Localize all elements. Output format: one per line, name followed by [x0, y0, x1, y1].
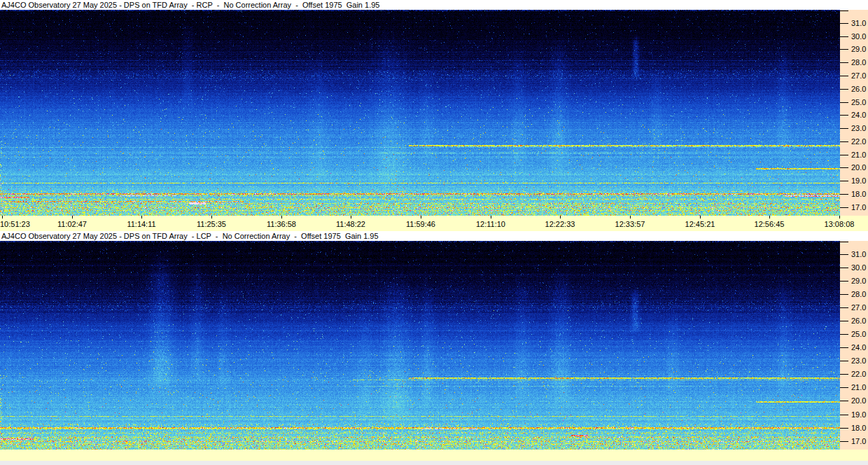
spectrograph-window: AJ4CO Observatory 27 May 2025 - DPS on T… [0, 0, 868, 465]
time-tick [769, 216, 770, 218]
freq-tick-label: 20.0 [851, 163, 866, 172]
rcp-spectrogram[interactable] [0, 10, 840, 216]
time-tick-label: 11:02:47 [48, 220, 97, 229]
freq-top-tick [840, 242, 848, 242]
freq-tick-dash [840, 89, 848, 90]
freq-tick-label: 18.0 [851, 424, 866, 433]
freq-tick-dash [840, 307, 848, 308]
freq-tick-label: 21.0 [851, 383, 866, 392]
freq-tick-label: 30.0 [851, 263, 866, 272]
time-tick-label: 11:48:22 [326, 220, 375, 229]
freq-tick-label: 31.0 [851, 19, 866, 28]
time-tick-label: 12:45:21 [676, 220, 724, 229]
freq-tick-label: 24.0 [851, 343, 866, 352]
time-tick [281, 216, 282, 218]
freq-tick-dash [840, 374, 848, 375]
freq-tick-label: 22.0 [851, 370, 866, 379]
freq-tick-label: 28.0 [851, 290, 866, 299]
time-tick-label: 11:36:58 [257, 220, 306, 229]
freq-tick-dash [840, 181, 848, 181]
rcp-title-bar: AJ4CO Observatory 27 May 2025 - DPS on T… [0, 0, 868, 10]
freq-tick-label: 29.0 [851, 45, 866, 54]
lcp-title-bar: AJ4CO Observatory 27 May 2025 - DPS on T… [0, 231, 868, 241]
freq-tick-dash [840, 361, 848, 361]
freq-tick-label: 25.0 [851, 98, 866, 107]
time-tick-label: 11:14:11 [117, 220, 166, 229]
freq-tick-label: 26.0 [851, 85, 866, 94]
freq-tick-dash [840, 167, 848, 168]
freq-tick-label: 27.0 [851, 303, 866, 312]
freq-tick-dash [840, 387, 848, 388]
freq-tick-dash [840, 321, 848, 321]
time-tick-label: 12:56:45 [745, 220, 794, 229]
freq-tick-dash [840, 207, 848, 208]
freq-tick-dash [840, 281, 848, 282]
freq-tick-dash [840, 441, 848, 442]
freq-tick-dash [840, 415, 848, 415]
bottom-strip [0, 450, 868, 461]
freq-tick-label: 27.0 [851, 71, 866, 81]
freq-tick-label: 25.0 [851, 330, 866, 339]
freq-tick-label: 23.0 [851, 356, 866, 366]
freq-tick-label: 28.0 [851, 58, 866, 67]
rcp-frequency-axis: 31.030.029.028.027.026.025.024.023.022.0… [840, 10, 868, 216]
freq-tick-dash [840, 254, 848, 255]
freq-tick-dash [840, 76, 848, 76]
freq-tick-label: 26.0 [851, 317, 866, 326]
lcp-title: AJ4CO Observatory 27 May 2025 - DPS on T… [1, 232, 379, 241]
freq-tick-label: 20.0 [851, 396, 866, 405]
time-tick [839, 216, 840, 218]
time-tick-label: 12:22:33 [536, 220, 584, 229]
freq-tick-dash [840, 401, 848, 401]
freq-tick-dash [840, 102, 848, 103]
freq-tick-dash [840, 334, 848, 335]
lcp-frequency-axis: 31.030.029.028.027.026.025.024.023.022.0… [840, 241, 868, 450]
freq-tick-label: 29.0 [851, 277, 866, 286]
time-tick [72, 216, 73, 218]
freq-tick-label: 30.0 [851, 32, 866, 41]
freq-tick-label: 31.0 [851, 250, 866, 259]
freq-tick-label: 21.0 [851, 151, 866, 160]
time-tick [351, 216, 351, 218]
window-bottom-edge [0, 461, 868, 465]
time-tick-label: 13:08:08 [815, 220, 864, 229]
time-tick-label: 12:33:57 [606, 220, 654, 229]
freq-tick-dash [840, 23, 848, 24]
freq-tick-label: 17.0 [851, 203, 866, 212]
freq-tick-label: 22.0 [851, 137, 866, 146]
time-tick-label: 11:59:46 [396, 220, 445, 229]
freq-tick-label: 19.0 [851, 410, 866, 419]
freq-tick-dash [840, 347, 848, 348]
freq-tick-dash [840, 128, 848, 129]
freq-tick-label: 17.0 [851, 437, 866, 446]
freq-tick-label: 18.0 [851, 190, 866, 199]
freq-tick-dash [840, 155, 848, 155]
freq-tick-dash [840, 294, 848, 295]
time-tick-label: 12:11:10 [466, 220, 515, 229]
time-tick-label: 10:51:23 [0, 220, 42, 229]
time-tick [2, 216, 3, 218]
time-tick [141, 216, 142, 218]
time-tick [491, 216, 491, 218]
freq-tick-dash [840, 268, 848, 268]
time-tick [700, 216, 701, 218]
time-tick [630, 216, 631, 218]
freq-tick-dash [840, 49, 848, 50]
freq-tick-dash [840, 194, 848, 195]
freq-tick-label: 19.0 [851, 176, 866, 186]
freq-tick-dash [840, 62, 848, 63]
time-tick-label: 11:25:35 [187, 220, 236, 229]
freq-top-tick [840, 11, 848, 11]
rcp-title: AJ4CO Observatory 27 May 2025 - DPS on T… [1, 1, 379, 10]
freq-tick-label: 24.0 [851, 111, 866, 120]
time-tick [421, 216, 421, 218]
time-tick [211, 216, 212, 218]
lcp-spectrogram[interactable] [0, 241, 840, 450]
freq-tick-dash [840, 115, 848, 116]
time-tick [560, 216, 561, 218]
freq-tick-dash [840, 428, 848, 429]
freq-tick-dash [840, 36, 848, 37]
freq-tick-dash [840, 141, 848, 142]
time-axis-strip: 10:51:2311:02:4711:14:1111:25:3511:36:58… [0, 216, 868, 231]
freq-tick-label: 23.0 [851, 124, 866, 133]
